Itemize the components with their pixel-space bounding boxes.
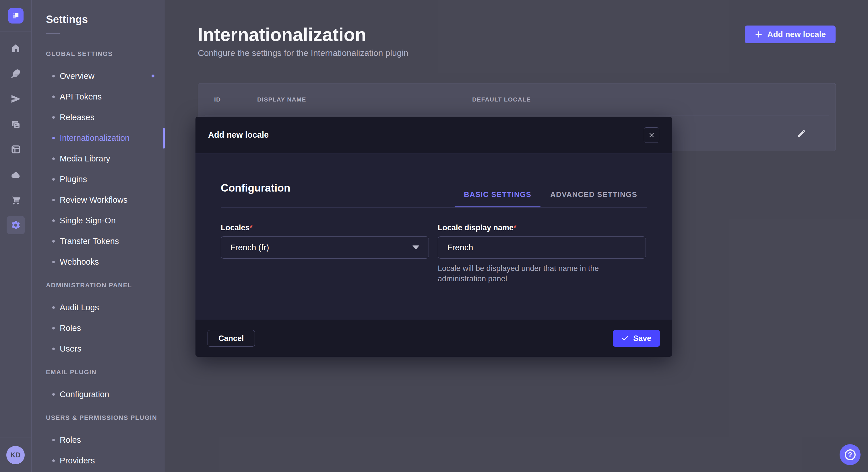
chevron-down-icon [412,245,420,249]
close-icon [648,132,655,138]
close-modal-button[interactable] [644,127,659,143]
display-name-field: Locale display name* Locale will be disp… [438,224,646,284]
modal-title: Add new locale [208,130,269,140]
configuration-heading: Configuration [221,182,290,194]
tab-advanced-settings[interactable]: ADVANCED SETTINGS [541,181,647,207]
modal-fields: Locales* French (fr) Locale display name… [221,224,646,284]
display-name-input[interactable] [438,236,646,259]
modal-header: Add new locale [195,117,672,154]
tabs-divider [221,207,647,208]
save-button[interactable]: Save [613,330,660,347]
display-name-helper-text: Locale will be displayed under that name… [438,263,624,284]
required-asterisk: * [250,224,253,232]
tab-basic-settings[interactable]: BASIC SETTINGS [454,181,541,207]
add-locale-modal: Add new locale Configuration BASIC SETTI… [195,117,672,357]
locales-label: Locales* [221,224,429,232]
cancel-button[interactable]: Cancel [208,330,255,347]
modal-body: Configuration BASIC SETTINGS ADVANCED SE… [195,154,672,320]
required-asterisk: * [514,224,517,232]
display-name-label: Locale display name* [438,224,646,232]
locales-field: Locales* French (fr) [221,224,429,284]
settings-tabs: BASIC SETTINGS ADVANCED SETTINGS [454,181,647,207]
check-icon [621,335,629,342]
strapi-settings-screen: KD Settings GLOBAL SETTINGS Overview API… [0,0,868,472]
locales-select[interactable]: French (fr) [221,236,429,259]
modal-footer: Cancel Save [195,320,672,357]
